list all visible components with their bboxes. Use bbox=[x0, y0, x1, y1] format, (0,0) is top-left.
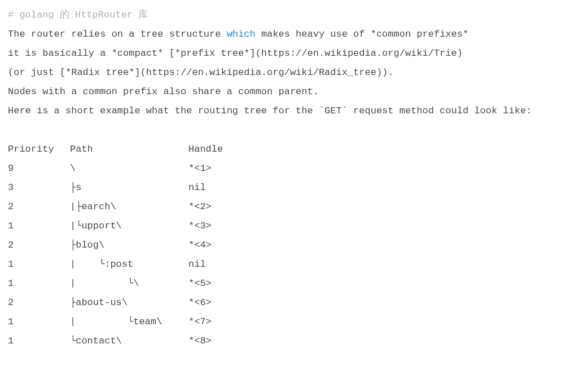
body-line-2: it is basically a *compact* [*prefix tre… bbox=[8, 44, 580, 63]
header-priority: Priority bbox=[8, 140, 70, 159]
body-line-3: (or just [*Radix tree*](https://en.wikip… bbox=[8, 63, 580, 82]
table-header-row: Priority Path Handle bbox=[8, 140, 223, 159]
table-row: 3 ├s nil bbox=[8, 178, 223, 197]
cell-priority: 1 bbox=[8, 312, 70, 332]
header-path: Path bbox=[70, 140, 188, 159]
cell-priority: 9 bbox=[8, 159, 70, 178]
cell-handle: *<5> bbox=[188, 274, 223, 293]
table-row: 1 | └team\ *<7> bbox=[8, 312, 223, 332]
cell-priority: 2 bbox=[8, 197, 70, 217]
cell-priority: 3 bbox=[8, 178, 70, 197]
cell-path: ├about-us\ bbox=[70, 293, 188, 312]
cell-path: ├s bbox=[70, 178, 188, 197]
body-line-1-pre: The router relies on a tree structure bbox=[8, 29, 227, 39]
body-line-4: Nodes with a common prefix also share a … bbox=[8, 82, 580, 102]
cell-handle: *<3> bbox=[188, 217, 223, 236]
table-row: 1 |└upport\ *<3> bbox=[8, 217, 223, 236]
cell-priority: 2 bbox=[8, 236, 70, 255]
highlighted-word: which bbox=[227, 29, 256, 39]
table-row: 2 |├earch\ *<2> bbox=[8, 197, 223, 217]
table-row: 1 | └\ *<5> bbox=[8, 274, 223, 293]
header-handle: Handle bbox=[188, 140, 223, 159]
body-line-1-post: makes heavy use of *common prefixes* bbox=[256, 29, 468, 39]
table-row: 9 \ *<1> bbox=[8, 159, 223, 178]
cell-path: ├blog\ bbox=[70, 236, 188, 255]
routing-tree-table: Priority Path Handle 9 \ *<1> 3 ├s nil 2… bbox=[8, 140, 223, 351]
cell-handle: *<6> bbox=[188, 293, 223, 312]
cell-priority: 1 bbox=[8, 274, 70, 293]
cell-path: | └\ bbox=[70, 274, 188, 293]
cell-handle: *<1> bbox=[188, 159, 223, 178]
body-line-1: The router relies on a tree structure wh… bbox=[8, 25, 580, 44]
cell-path: \ bbox=[70, 159, 188, 178]
cell-path: |├earch\ bbox=[70, 197, 188, 217]
table-row: 2 ├blog\ *<4> bbox=[8, 236, 223, 255]
cell-handle: *<2> bbox=[188, 197, 223, 217]
cell-path: |└upport\ bbox=[70, 217, 188, 236]
cell-handle: *<4> bbox=[188, 236, 223, 255]
cell-handle: nil bbox=[188, 178, 223, 197]
cell-handle: *<8> bbox=[188, 332, 223, 351]
cell-path: └contact\ bbox=[70, 332, 188, 351]
cell-handle: *<7> bbox=[188, 312, 223, 332]
cell-path: | └:post bbox=[70, 255, 188, 274]
cell-path: | └team\ bbox=[70, 312, 188, 332]
body-line-5: Here is a short example what the routing… bbox=[8, 102, 580, 121]
cell-priority: 2 bbox=[8, 293, 70, 312]
cell-priority: 1 bbox=[8, 217, 70, 236]
table-row: 1 | └:post nil bbox=[8, 255, 223, 274]
cell-priority: 1 bbox=[8, 255, 70, 274]
cell-handle: nil bbox=[188, 255, 223, 274]
table-row: 2 ├about-us\ *<6> bbox=[8, 293, 223, 312]
table-row: 1 └contact\ *<8> bbox=[8, 332, 223, 351]
comment-line: # golang 的 HttpRouter 库 bbox=[8, 6, 580, 25]
cell-priority: 1 bbox=[8, 332, 70, 351]
